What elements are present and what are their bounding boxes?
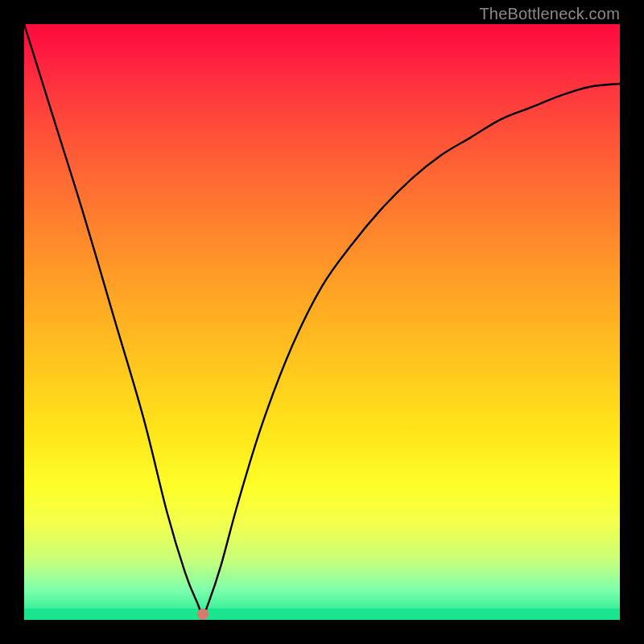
watermark-text: TheBottleneck.com: [479, 5, 620, 23]
plot-area: [24, 24, 620, 620]
chart-frame: TheBottleneck.com: [0, 0, 644, 644]
bottleneck-curve: [24, 24, 620, 620]
minimum-point-dot: [197, 609, 208, 620]
